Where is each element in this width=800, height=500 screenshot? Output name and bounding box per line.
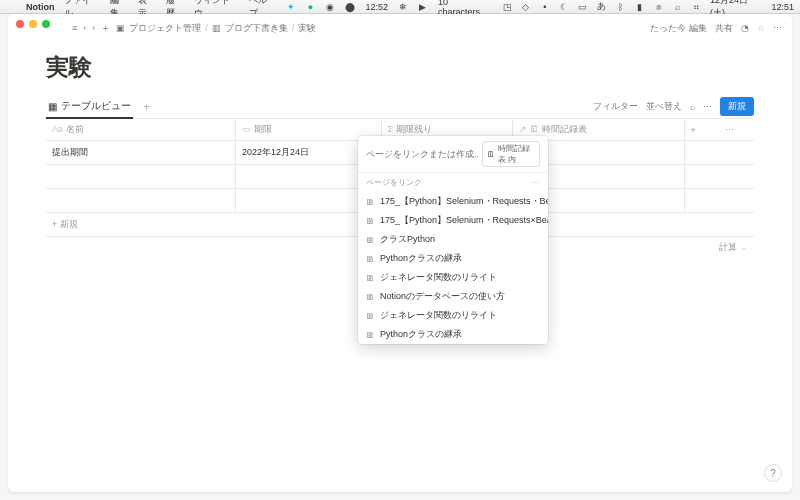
crumb-icon-2: ▥ [212,23,221,33]
crumb-2[interactable]: ブログ下書き集 [225,22,288,35]
popup-search-input[interactable] [366,149,478,159]
sort-button[interactable]: 並べ替え [646,100,682,113]
notion-topbar: ≡ ‹ › ＋ ▣ プロジェクト管理 / ▥ ブログ下書き集 / 実験 たった今… [8,14,792,42]
db-icon: 🗓 [530,124,539,134]
cell-name[interactable] [46,189,235,213]
popup-link-item[interactable]: 🗎175_【Python】Selenium・Requests・Beautiful… [358,192,548,211]
tray-icon[interactable]: ◳ [502,2,512,12]
help-button[interactable]: ? [764,464,782,482]
tab-table-view[interactable]: ▦ テーブルビュー [46,95,133,119]
page-icon: 🗎 [366,311,375,321]
dot-icon[interactable]: • [540,2,550,12]
breadcrumb: ▣ プロジェクト管理 / ▥ ブログ下書き集 / 実験 [116,22,316,35]
search-icon[interactable]: ⌕ [672,2,682,12]
popup-scope-tag[interactable]: 🗓時間記録表 内 [482,141,540,167]
minimize-icon[interactable] [29,20,37,28]
last-edited: たった今 編集 [650,22,707,35]
table-icon: ▦ [48,101,57,112]
crumb-3[interactable]: 実験 [298,22,316,35]
relation-popup: 🗓時間記録表 内 ページをリンク⋯ 🗎175_【Python】Selenium・… [358,136,548,344]
menubar-clock[interactable]: 12:51 [772,2,795,12]
search-icon[interactable]: ⌕ [690,102,695,112]
wifi-icon[interactable]: ⨳ [653,2,663,12]
page-icon: 🗎 [366,235,375,245]
popup-link-item[interactable]: 🗎Pythonクラスの継承 [358,249,548,268]
app-name[interactable]: Notion [26,2,55,12]
favorite-icon[interactable]: ☆ [757,23,765,33]
rec-icon: ⬤ [345,2,355,12]
popup-link-item[interactable]: 🗎175_【Python】Selenium・Requests×Beautiful… [358,211,548,230]
crumb-sep: / [205,23,208,33]
tab-label: テーブルビュー [61,99,131,113]
cell-name[interactable] [46,165,235,189]
calendar-icon: ▭ [242,124,251,134]
notion-window: ≡ ‹ › ＋ ▣ プロジェクト管理 / ▥ ブログ下書き集 / 実験 たった今… [8,14,792,492]
crumb-icon-1: ▣ [116,23,125,33]
lang-icon[interactable]: あ [597,2,607,12]
page-icon: 🗎 [366,216,375,226]
battery-icon[interactable]: ▮ [634,2,644,12]
diamond-icon[interactable]: ◇ [521,2,531,12]
moon-icon[interactable]: ☾ [559,2,569,12]
page-icon: 🗎 [366,330,375,340]
window-controls [8,14,58,34]
line-icon[interactable]: ● [306,2,316,12]
zoom-icon[interactable] [42,20,50,28]
crumb-1[interactable]: プロジェクト管理 [129,22,201,35]
col-name[interactable]: Aa名前 [46,119,235,141]
cam-icon[interactable]: ◉ [325,2,335,12]
crumb-sep: / [292,23,295,33]
formula-icon: Σ [388,124,394,134]
clock-small: 12:52 [365,2,388,12]
add-view-button[interactable]: + [141,98,152,116]
nav-back-icon[interactable]: ‹ [83,23,86,33]
relation-icon: ↗ [519,124,527,134]
popup-link-item[interactable]: 🗎Notionのデータベースの使い方 [358,287,548,306]
status-icon: ✦ [286,2,296,12]
cloud-icon[interactable]: ❄︎ [398,2,408,12]
add-column-button[interactable]: + [684,119,719,141]
text-icon: Aa [52,124,63,134]
bluetooth-icon[interactable]: ᛒ [616,2,626,12]
new-button[interactable]: 新規 [720,97,754,116]
cell-name[interactable]: 提出期間 [46,141,235,165]
filter-button[interactable]: フィルター [593,100,638,113]
popup-link-item[interactable]: 🗎ジェネレータ関数のリライト [358,268,548,287]
db-icon: 🗓 [487,150,495,159]
col-more-icon[interactable]: ⋯ [719,119,754,141]
popup-link-item[interactable]: 🗎ジェネレータ関数のリライト [358,306,548,325]
updates-icon[interactable]: ◔ [741,23,749,33]
pause-icon[interactable]: ▶ [418,2,428,12]
popup-section-header: ページをリンク⋯ [358,172,548,192]
new-page-icon[interactable]: ＋ [101,22,110,35]
close-icon[interactable] [16,20,24,28]
nav-forward-icon[interactable]: › [92,23,95,33]
share-button[interactable]: 共有 [715,22,733,35]
page-icon: 🗎 [366,273,375,283]
page-icon: 🗎 [366,254,375,264]
more-icon[interactable]: ⋯ [773,23,782,33]
macos-menubar: Notion ファイル 編集 表示 履歴 ウィンドウ ヘルプ ✦ ● ◉ ⬤ 1… [0,0,800,14]
page-icon: 🗎 [366,197,375,207]
page-icon: 🗎 [366,292,375,302]
popup-section-more-icon[interactable]: ⋯ [531,178,540,187]
apple-icon[interactable] [6,2,16,12]
page-content: 実験 ▦ テーブルビュー + フィルター 並べ替え ⌕ ⋯ 新規 Aa名前 ▭期… [8,42,792,492]
view-tabs: ▦ テーブルビュー + フィルター 並べ替え ⌕ ⋯ 新規 [46,95,754,119]
control-center-icon[interactable]: ⠶ [691,2,701,12]
popup-link-item[interactable]: 🗎Pythonクラスの継承 [358,325,548,344]
sidebar-toggle-icon[interactable]: ≡ [72,23,77,33]
display-icon[interactable]: ▭ [578,2,588,12]
view-more-icon[interactable]: ⋯ [703,102,712,112]
popup-link-item[interactable]: 🗎クラスPython [358,230,548,249]
page-title[interactable]: 実験 [46,52,754,83]
popup-search-row: 🗓時間記録表 内 [358,136,548,172]
